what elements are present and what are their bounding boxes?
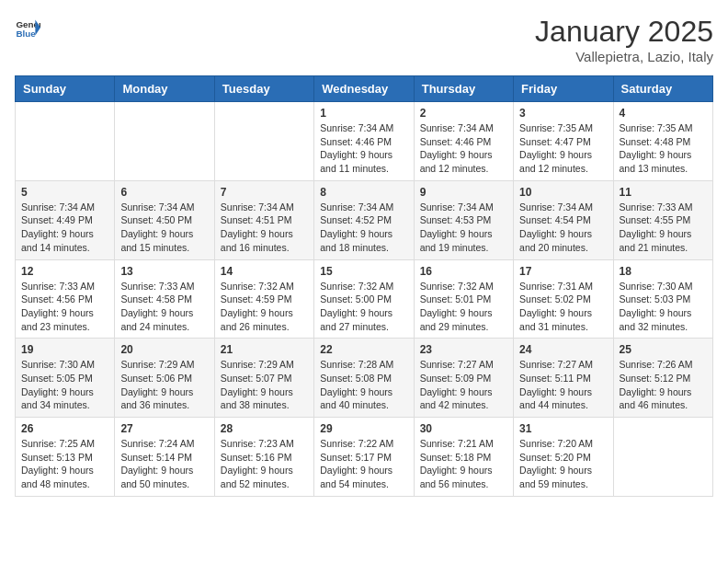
calendar-table: SundayMondayTuesdayWednesdayThursdayFrid… [15,75,713,497]
calendar-cell: 21Sunrise: 7:29 AM Sunset: 5:07 PM Dayli… [214,339,313,418]
day-info: Sunrise: 7:33 AM Sunset: 4:58 PM Dayligh… [120,280,208,334]
calendar-cell: 19Sunrise: 7:30 AM Sunset: 5:05 PM Dayli… [16,339,115,418]
title-block: January 2025 Vallepietra, Lazio, Italy [535,15,713,64]
svg-text:Blue: Blue [16,29,36,39]
calendar-cell: 8Sunrise: 7:34 AM Sunset: 4:52 PM Daylig… [314,180,414,259]
day-number: 23 [420,343,507,356]
calendar-cell [115,102,214,181]
day-info: Sunrise: 7:34 AM Sunset: 4:51 PM Dayligh… [221,201,308,255]
weekday-header-wednesday: Wednesday [314,76,414,102]
calendar-cell: 20Sunrise: 7:29 AM Sunset: 5:06 PM Dayli… [115,339,214,418]
day-number: 14 [221,265,308,278]
calendar-cell: 6Sunrise: 7:34 AM Sunset: 4:50 PM Daylig… [115,180,214,259]
day-info: Sunrise: 7:26 AM Sunset: 5:12 PM Dayligh… [620,358,707,412]
calendar-cell [214,102,313,181]
day-info: Sunrise: 7:31 AM Sunset: 5:02 PM Dayligh… [519,280,607,334]
day-number: 19 [21,343,108,356]
day-info: Sunrise: 7:34 AM Sunset: 4:49 PM Dayligh… [21,201,108,255]
day-number: 20 [120,343,208,356]
day-number: 15 [320,265,407,278]
day-number: 22 [320,343,407,356]
calendar-cell: 10Sunrise: 7:34 AM Sunset: 4:54 PM Dayli… [514,180,613,259]
calendar-cell: 16Sunrise: 7:32 AM Sunset: 5:01 PM Dayli… [414,259,513,339]
day-info: Sunrise: 7:30 AM Sunset: 5:03 PM Dayligh… [620,280,707,334]
calendar-cell: 31Sunrise: 7:20 AM Sunset: 5:20 PM Dayli… [514,418,613,497]
day-info: Sunrise: 7:24 AM Sunset: 5:14 PM Dayligh… [120,437,208,491]
calendar-cell [613,418,712,497]
day-number: 24 [519,343,607,356]
month-title: January 2025 [535,15,713,49]
day-info: Sunrise: 7:27 AM Sunset: 5:09 PM Dayligh… [420,358,507,412]
day-info: Sunrise: 7:34 AM Sunset: 4:53 PM Dayligh… [420,201,507,255]
page-header: General Blue January 2025 Vallepietra, L… [15,15,713,64]
calendar-cell: 27Sunrise: 7:24 AM Sunset: 5:14 PM Dayli… [115,418,214,497]
logo-icon: General Blue [15,15,40,40]
calendar-cell: 18Sunrise: 7:30 AM Sunset: 5:03 PM Dayli… [613,259,712,339]
day-info: Sunrise: 7:32 AM Sunset: 4:59 PM Dayligh… [221,280,308,334]
calendar-cell: 5Sunrise: 7:34 AM Sunset: 4:49 PM Daylig… [16,180,115,259]
calendar-cell: 22Sunrise: 7:28 AM Sunset: 5:08 PM Dayli… [314,339,414,418]
week-row-3: 12Sunrise: 7:33 AM Sunset: 4:56 PM Dayli… [16,259,713,339]
day-info: Sunrise: 7:23 AM Sunset: 5:16 PM Dayligh… [221,437,308,491]
week-row-1: 1Sunrise: 7:34 AM Sunset: 4:46 PM Daylig… [16,102,713,181]
day-info: Sunrise: 7:30 AM Sunset: 5:05 PM Dayligh… [21,358,108,412]
weekday-header-saturday: Saturday [613,76,712,102]
day-number: 29 [320,422,407,435]
calendar-cell: 2Sunrise: 7:34 AM Sunset: 4:46 PM Daylig… [414,102,513,181]
day-info: Sunrise: 7:32 AM Sunset: 5:01 PM Dayligh… [420,280,507,334]
day-number: 21 [221,343,308,356]
calendar-cell: 23Sunrise: 7:27 AM Sunset: 5:09 PM Dayli… [414,339,513,418]
day-number: 6 [120,186,208,199]
day-number: 25 [620,343,707,356]
calendar-cell: 13Sunrise: 7:33 AM Sunset: 4:58 PM Dayli… [115,259,214,339]
calendar-cell: 24Sunrise: 7:27 AM Sunset: 5:11 PM Dayli… [514,339,613,418]
weekday-header-friday: Friday [514,76,613,102]
calendar-cell: 4Sunrise: 7:35 AM Sunset: 4:48 PM Daylig… [613,102,712,181]
calendar-cell: 12Sunrise: 7:33 AM Sunset: 4:56 PM Dayli… [16,259,115,339]
calendar-cell: 26Sunrise: 7:25 AM Sunset: 5:13 PM Dayli… [16,418,115,497]
calendar-cell: 11Sunrise: 7:33 AM Sunset: 4:55 PM Dayli… [613,180,712,259]
day-number: 9 [420,186,507,199]
day-number: 10 [519,186,607,199]
calendar-cell: 1Sunrise: 7:34 AM Sunset: 4:46 PM Daylig… [314,102,414,181]
day-number: 1 [320,107,407,120]
day-number: 30 [420,422,507,435]
day-number: 13 [120,265,208,278]
day-number: 28 [221,422,308,435]
day-number: 31 [519,422,607,435]
day-info: Sunrise: 7:33 AM Sunset: 4:56 PM Dayligh… [21,280,108,334]
day-info: Sunrise: 7:34 AM Sunset: 4:54 PM Dayligh… [519,201,607,255]
day-info: Sunrise: 7:35 AM Sunset: 4:48 PM Dayligh… [620,121,707,176]
day-info: Sunrise: 7:34 AM Sunset: 4:46 PM Dayligh… [420,121,507,176]
day-info: Sunrise: 7:25 AM Sunset: 5:13 PM Dayligh… [21,437,108,491]
day-number: 5 [21,186,108,199]
weekday-header-sunday: Sunday [16,76,115,102]
calendar-cell: 17Sunrise: 7:31 AM Sunset: 5:02 PM Dayli… [514,259,613,339]
weekday-header-monday: Monday [115,76,214,102]
calendar-cell: 30Sunrise: 7:21 AM Sunset: 5:18 PM Dayli… [414,418,513,497]
location-title: Vallepietra, Lazio, Italy [535,49,713,64]
week-row-2: 5Sunrise: 7:34 AM Sunset: 4:49 PM Daylig… [16,180,713,259]
day-number: 2 [420,107,507,120]
calendar-cell: 9Sunrise: 7:34 AM Sunset: 4:53 PM Daylig… [414,180,513,259]
day-info: Sunrise: 7:28 AM Sunset: 5:08 PM Dayligh… [320,358,407,412]
calendar-cell: 28Sunrise: 7:23 AM Sunset: 5:16 PM Dayli… [214,418,313,497]
day-number: 11 [620,186,707,199]
day-number: 16 [420,265,507,278]
day-info: Sunrise: 7:29 AM Sunset: 5:06 PM Dayligh… [120,358,208,412]
calendar-cell: 7Sunrise: 7:34 AM Sunset: 4:51 PM Daylig… [214,180,313,259]
day-number: 7 [221,186,308,199]
day-info: Sunrise: 7:20 AM Sunset: 5:20 PM Dayligh… [519,437,607,491]
calendar-cell: 3Sunrise: 7:35 AM Sunset: 4:47 PM Daylig… [514,102,613,181]
day-info: Sunrise: 7:34 AM Sunset: 4:50 PM Dayligh… [120,201,208,255]
day-number: 17 [519,265,607,278]
day-info: Sunrise: 7:35 AM Sunset: 4:47 PM Dayligh… [519,121,607,176]
day-info: Sunrise: 7:34 AM Sunset: 4:52 PM Dayligh… [320,201,407,255]
calendar-cell [16,102,115,181]
day-info: Sunrise: 7:32 AM Sunset: 5:00 PM Dayligh… [320,280,407,334]
calendar-cell: 14Sunrise: 7:32 AM Sunset: 4:59 PM Dayli… [214,259,313,339]
week-row-4: 19Sunrise: 7:30 AM Sunset: 5:05 PM Dayli… [16,339,713,418]
day-number: 4 [620,107,707,120]
calendar-cell: 29Sunrise: 7:22 AM Sunset: 5:17 PM Dayli… [314,418,414,497]
week-row-5: 26Sunrise: 7:25 AM Sunset: 5:13 PM Dayli… [16,418,713,497]
